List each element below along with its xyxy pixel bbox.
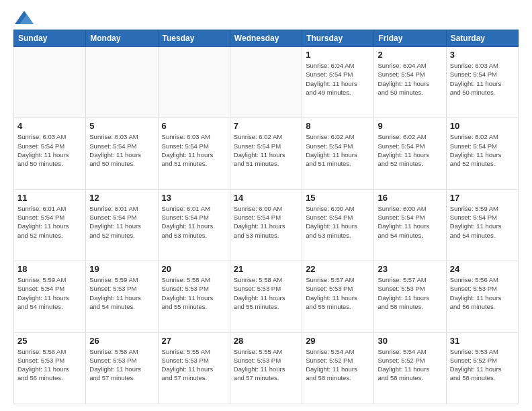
day-number: 6 xyxy=(162,121,226,131)
day-number: 9 xyxy=(378,121,442,131)
day-number: 18 xyxy=(17,264,82,274)
day-number: 29 xyxy=(306,336,370,346)
day-info: Sunrise: 5:58 AM Sunset: 5:53 PM Dayligh… xyxy=(162,275,226,311)
day-number: 3 xyxy=(450,50,515,60)
day-number: 15 xyxy=(306,193,370,203)
day-info: Sunrise: 6:01 AM Sunset: 5:54 PM Dayligh… xyxy=(162,204,226,240)
day-number: 25 xyxy=(17,336,82,346)
calendar-cell: 4Sunrise: 6:03 AM Sunset: 5:54 PM Daylig… xyxy=(14,118,86,189)
day-info: Sunrise: 5:55 AM Sunset: 5:53 PM Dayligh… xyxy=(162,347,226,383)
week-row-3: 18Sunrise: 5:59 AM Sunset: 5:54 PM Dayli… xyxy=(14,261,519,332)
day-info: Sunrise: 5:56 AM Sunset: 5:53 PM Dayligh… xyxy=(17,347,82,383)
calendar-cell: 6Sunrise: 6:03 AM Sunset: 5:54 PM Daylig… xyxy=(158,118,230,189)
calendar-cell: 20Sunrise: 5:58 AM Sunset: 5:53 PM Dayli… xyxy=(158,261,230,332)
calendar-cell: 11Sunrise: 6:01 AM Sunset: 5:54 PM Dayli… xyxy=(14,189,86,261)
calendar-cell xyxy=(230,47,302,118)
calendar-header-row: SundayMondayTuesdayWednesdayThursdayFrid… xyxy=(14,30,519,47)
day-number: 7 xyxy=(234,121,298,131)
day-info: Sunrise: 6:03 AM Sunset: 5:54 PM Dayligh… xyxy=(162,132,226,168)
day-info: Sunrise: 6:03 AM Sunset: 5:54 PM Dayligh… xyxy=(89,132,154,168)
calendar-cell: 3Sunrise: 6:03 AM Sunset: 5:54 PM Daylig… xyxy=(446,47,518,118)
day-number: 1 xyxy=(306,50,370,60)
logo xyxy=(13,11,34,24)
calendar-cell: 27Sunrise: 5:55 AM Sunset: 5:53 PM Dayli… xyxy=(158,332,230,404)
day-info: Sunrise: 6:04 AM Sunset: 5:54 PM Dayligh… xyxy=(378,61,442,97)
calendar-cell: 29Sunrise: 5:54 AM Sunset: 5:52 PM Dayli… xyxy=(302,332,374,404)
day-info: Sunrise: 5:59 AM Sunset: 5:54 PM Dayligh… xyxy=(17,275,82,311)
col-header-saturday: Saturday xyxy=(446,30,518,47)
day-number: 2 xyxy=(378,50,442,60)
calendar-cell: 9Sunrise: 6:02 AM Sunset: 5:54 PM Daylig… xyxy=(374,118,446,189)
day-info: Sunrise: 6:01 AM Sunset: 5:54 PM Dayligh… xyxy=(89,204,154,240)
calendar-cell: 18Sunrise: 5:59 AM Sunset: 5:54 PM Dayli… xyxy=(14,261,86,332)
day-info: Sunrise: 6:02 AM Sunset: 5:54 PM Dayligh… xyxy=(378,132,442,168)
week-row-1: 4Sunrise: 6:03 AM Sunset: 5:54 PM Daylig… xyxy=(14,118,519,189)
calendar-cell: 7Sunrise: 6:02 AM Sunset: 5:54 PM Daylig… xyxy=(230,118,302,189)
day-info: Sunrise: 6:00 AM Sunset: 5:54 PM Dayligh… xyxy=(378,204,442,240)
calendar-cell xyxy=(158,47,230,118)
day-info: Sunrise: 5:54 AM Sunset: 5:52 PM Dayligh… xyxy=(378,347,442,383)
calendar-cell: 13Sunrise: 6:01 AM Sunset: 5:54 PM Dayli… xyxy=(158,189,230,261)
day-info: Sunrise: 6:03 AM Sunset: 5:54 PM Dayligh… xyxy=(17,132,82,168)
day-info: Sunrise: 6:02 AM Sunset: 5:54 PM Dayligh… xyxy=(306,132,370,168)
calendar-cell: 1Sunrise: 6:04 AM Sunset: 5:54 PM Daylig… xyxy=(302,47,374,118)
day-info: Sunrise: 5:54 AM Sunset: 5:52 PM Dayligh… xyxy=(306,347,370,383)
calendar-cell: 12Sunrise: 6:01 AM Sunset: 5:54 PM Dayli… xyxy=(86,189,158,261)
day-number: 14 xyxy=(234,193,298,203)
day-number: 23 xyxy=(378,264,442,274)
day-number: 24 xyxy=(450,264,515,274)
logo-icon xyxy=(15,11,34,24)
day-info: Sunrise: 5:57 AM Sunset: 5:53 PM Dayligh… xyxy=(306,275,370,311)
day-number: 26 xyxy=(89,336,154,346)
day-number: 28 xyxy=(234,336,298,346)
day-number: 22 xyxy=(306,264,370,274)
calendar-cell: 28Sunrise: 5:55 AM Sunset: 5:53 PM Dayli… xyxy=(230,332,302,404)
day-number: 31 xyxy=(450,336,515,346)
calendar-cell: 25Sunrise: 5:56 AM Sunset: 5:53 PM Dayli… xyxy=(14,332,86,404)
calendar-cell: 22Sunrise: 5:57 AM Sunset: 5:53 PM Dayli… xyxy=(302,261,374,332)
calendar-cell: 8Sunrise: 6:02 AM Sunset: 5:54 PM Daylig… xyxy=(302,118,374,189)
day-info: Sunrise: 5:53 AM Sunset: 5:52 PM Dayligh… xyxy=(450,347,515,383)
calendar-cell: 24Sunrise: 5:56 AM Sunset: 5:53 PM Dayli… xyxy=(446,261,518,332)
col-header-sunday: Sunday xyxy=(14,30,86,47)
calendar-cell: 15Sunrise: 6:00 AM Sunset: 5:54 PM Dayli… xyxy=(302,189,374,261)
calendar-cell: 30Sunrise: 5:54 AM Sunset: 5:52 PM Dayli… xyxy=(374,332,446,404)
day-number: 13 xyxy=(162,193,226,203)
day-info: Sunrise: 6:04 AM Sunset: 5:54 PM Dayligh… xyxy=(306,61,370,97)
calendar-cell xyxy=(14,47,86,118)
day-number: 30 xyxy=(378,336,442,346)
day-number: 16 xyxy=(378,193,442,203)
day-number: 19 xyxy=(89,264,154,274)
day-number: 17 xyxy=(450,193,515,203)
col-header-friday: Friday xyxy=(374,30,446,47)
calendar-cell: 26Sunrise: 5:56 AM Sunset: 5:53 PM Dayli… xyxy=(86,332,158,404)
col-header-tuesday: Tuesday xyxy=(158,30,230,47)
week-row-4: 25Sunrise: 5:56 AM Sunset: 5:53 PM Dayli… xyxy=(14,332,519,404)
day-info: Sunrise: 5:55 AM Sunset: 5:53 PM Dayligh… xyxy=(234,347,298,383)
col-header-monday: Monday xyxy=(86,30,158,47)
calendar-cell: 31Sunrise: 5:53 AM Sunset: 5:52 PM Dayli… xyxy=(446,332,518,404)
day-info: Sunrise: 6:03 AM Sunset: 5:54 PM Dayligh… xyxy=(450,61,515,97)
day-info: Sunrise: 6:00 AM Sunset: 5:54 PM Dayligh… xyxy=(306,204,370,240)
day-number: 10 xyxy=(450,121,515,131)
calendar-cell: 21Sunrise: 5:58 AM Sunset: 5:53 PM Dayli… xyxy=(230,261,302,332)
day-info: Sunrise: 5:59 AM Sunset: 5:54 PM Dayligh… xyxy=(450,204,515,240)
day-number: 20 xyxy=(162,264,226,274)
calendar-cell: 14Sunrise: 6:00 AM Sunset: 5:54 PM Dayli… xyxy=(230,189,302,261)
calendar-cell: 17Sunrise: 5:59 AM Sunset: 5:54 PM Dayli… xyxy=(446,189,518,261)
calendar-cell: 5Sunrise: 6:03 AM Sunset: 5:54 PM Daylig… xyxy=(86,118,158,189)
day-number: 4 xyxy=(17,121,82,131)
calendar-table: SundayMondayTuesdayWednesdayThursdayFrid… xyxy=(13,30,519,404)
calendar-cell: 2Sunrise: 6:04 AM Sunset: 5:54 PM Daylig… xyxy=(374,47,446,118)
day-info: Sunrise: 6:01 AM Sunset: 5:54 PM Dayligh… xyxy=(17,204,82,240)
col-header-thursday: Thursday xyxy=(302,30,374,47)
day-info: Sunrise: 6:00 AM Sunset: 5:54 PM Dayligh… xyxy=(234,204,298,240)
calendar-cell: 16Sunrise: 6:00 AM Sunset: 5:54 PM Dayli… xyxy=(374,189,446,261)
day-number: 21 xyxy=(234,264,298,274)
day-info: Sunrise: 5:58 AM Sunset: 5:53 PM Dayligh… xyxy=(234,275,298,311)
calendar-cell xyxy=(86,47,158,118)
day-info: Sunrise: 5:56 AM Sunset: 5:53 PM Dayligh… xyxy=(450,275,515,311)
day-number: 12 xyxy=(89,193,154,203)
day-number: 27 xyxy=(162,336,226,346)
calendar-cell: 10Sunrise: 6:02 AM Sunset: 5:54 PM Dayli… xyxy=(446,118,518,189)
